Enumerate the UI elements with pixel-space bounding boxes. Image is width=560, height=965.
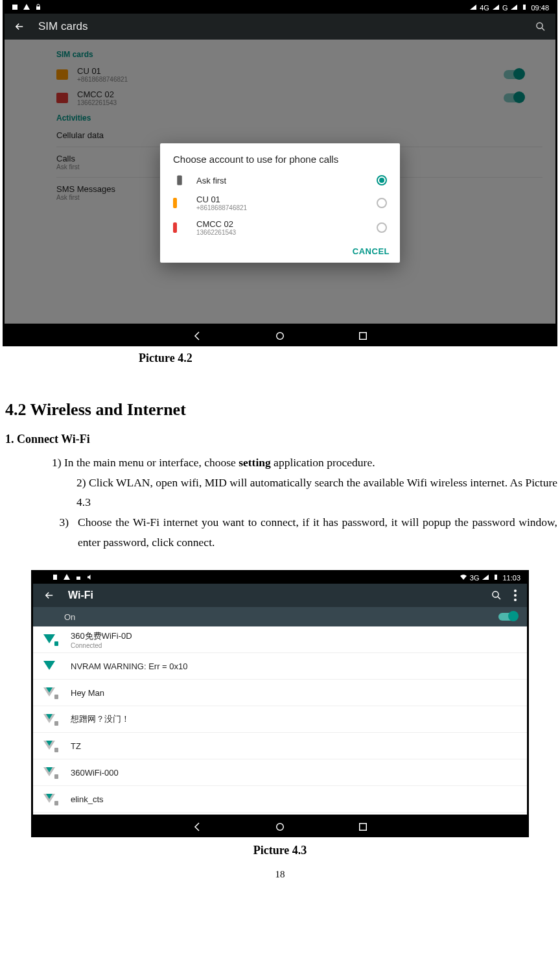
notification-icon xyxy=(11,3,19,12)
sim-icon xyxy=(173,222,177,233)
status-bar: 3G 11:03 xyxy=(33,572,527,584)
wifi-network-row[interactable]: 360WiFi-000 xyxy=(33,759,527,786)
svg-rect-9 xyxy=(495,575,497,580)
nav-back-icon[interactable] xyxy=(191,330,203,342)
svg-rect-6 xyxy=(360,333,367,340)
nav-recent-icon[interactable] xyxy=(357,821,369,833)
battery-icon xyxy=(492,573,500,582)
wifi-on-bar: On xyxy=(33,607,527,626)
wifi-icon xyxy=(460,573,467,582)
wifi-signal-icon xyxy=(43,634,56,645)
svg-point-3 xyxy=(537,23,542,29)
phone-icon xyxy=(173,174,186,187)
svg-rect-15 xyxy=(360,824,367,831)
nav-recent-icon[interactable] xyxy=(357,330,369,342)
warning-icon xyxy=(23,3,30,12)
subsection-heading: 1. Connect Wi-Fi xyxy=(5,433,557,446)
wifi-signal-icon xyxy=(43,794,56,804)
svg-rect-7 xyxy=(53,575,57,580)
screenshot-sim-cards: 4G G 09:48 SIM cards SIM cards CU 01 xyxy=(3,0,557,346)
wifi-network-row[interactable]: 想蹭网？没门！ xyxy=(33,706,527,733)
dialog-option-sim2[interactable]: CMCC 02 13662261543 xyxy=(160,215,400,240)
step-1: 1) In the main menu or interface, choose… xyxy=(3,453,557,473)
dialog-option-sim1[interactable]: CU 01 +8618688746821 xyxy=(160,191,400,215)
warning-icon xyxy=(63,573,71,582)
lock-icon xyxy=(34,3,42,12)
page-title: SIM cards xyxy=(38,20,535,33)
status-3g-label: 3G xyxy=(470,574,480,582)
search-icon[interactable] xyxy=(491,590,502,601)
status-time: 09:48 xyxy=(531,4,549,12)
signal-icon xyxy=(469,3,477,12)
radio-unselected[interactable] xyxy=(377,222,387,233)
signal-icon xyxy=(510,3,518,12)
more-icon[interactable] xyxy=(514,590,517,601)
battery-icon xyxy=(520,3,528,12)
svg-rect-0 xyxy=(12,5,18,10)
back-icon[interactable] xyxy=(14,21,25,32)
svg-point-12 xyxy=(514,594,517,597)
svg-rect-1 xyxy=(36,6,40,10)
modal-overlay: Choose account to use for phone calls As… xyxy=(5,40,555,324)
wifi-signal-icon xyxy=(43,661,56,671)
step-3: 3) Choose the Wi-Fi internet you want to… xyxy=(3,512,557,552)
step-2: 2) Click WLAN, open wifi, MID will autom… xyxy=(3,473,557,512)
download-icon xyxy=(40,573,47,582)
sim-icon xyxy=(173,198,177,208)
signal-icon xyxy=(492,3,500,12)
page-title: Wi-Fi xyxy=(68,590,491,601)
dialog-option-ask-first[interactable]: Ask first xyxy=(160,170,400,191)
svg-point-11 xyxy=(514,590,517,592)
svg-point-10 xyxy=(493,591,498,597)
wifi-signal-icon xyxy=(43,767,56,778)
wifi-network-row[interactable]: elink_cts xyxy=(33,786,527,813)
dialog-title: Choose account to use for phone calls xyxy=(160,143,400,170)
nav-home-icon[interactable] xyxy=(274,330,286,342)
svg-rect-4 xyxy=(177,176,182,185)
status-time: 11:03 xyxy=(502,574,520,582)
wifi-signal-icon xyxy=(43,714,56,724)
svg-rect-2 xyxy=(523,5,526,10)
notification-icon xyxy=(51,573,59,582)
search-icon[interactable] xyxy=(535,21,546,32)
section-heading: 4.2 Wireless and Internet xyxy=(5,400,557,420)
status-g-label: G xyxy=(502,4,508,12)
wifi-network-row[interactable]: Hey Man xyxy=(33,680,527,706)
figure-caption-2: Picture 4.3 xyxy=(3,844,557,857)
wifi-on-label: On xyxy=(64,612,75,622)
wifi-signal-icon xyxy=(43,741,56,751)
app-bar: Wi-Fi xyxy=(33,584,527,607)
back-icon[interactable] xyxy=(43,590,55,601)
page-number: 18 xyxy=(3,869,557,880)
volume-icon xyxy=(86,573,94,582)
status-bar: 4G G 09:48 xyxy=(5,2,555,14)
status-4g-label: 4G xyxy=(480,4,489,12)
screenshot-wifi: 3G 11:03 Wi-Fi On 360免费WiFi-0DConnected xyxy=(31,570,529,837)
signal-icon xyxy=(482,573,489,582)
radio-selected[interactable] xyxy=(377,175,387,185)
nav-home-icon[interactable] xyxy=(274,821,286,833)
nav-bar xyxy=(5,324,555,346)
nav-back-icon[interactable] xyxy=(191,821,203,833)
radio-unselected[interactable] xyxy=(377,198,387,208)
svg-point-13 xyxy=(514,599,517,601)
choose-account-dialog: Choose account to use for phone calls As… xyxy=(160,143,400,263)
wifi-network-row[interactable]: TZ xyxy=(33,733,527,759)
nav-bar xyxy=(33,815,527,837)
lock-icon xyxy=(75,573,82,582)
app-bar: SIM cards xyxy=(5,14,555,40)
figure-caption-1: Picture 4.2 xyxy=(3,346,557,365)
svg-point-14 xyxy=(277,824,284,831)
svg-rect-8 xyxy=(76,577,80,580)
cancel-button[interactable]: CANCEL xyxy=(353,246,390,256)
wifi-network-list: 360免费WiFi-0DConnected NVRAM WARNING: Err… xyxy=(33,626,527,815)
wifi-toggle[interactable] xyxy=(498,613,517,621)
wifi-signal-icon xyxy=(43,687,56,698)
svg-point-5 xyxy=(277,333,284,340)
wifi-network-row[interactable]: NVRAM WARNING: Err = 0x10 xyxy=(33,653,527,680)
wifi-network-row[interactable]: 360免费WiFi-0DConnected xyxy=(33,626,527,653)
